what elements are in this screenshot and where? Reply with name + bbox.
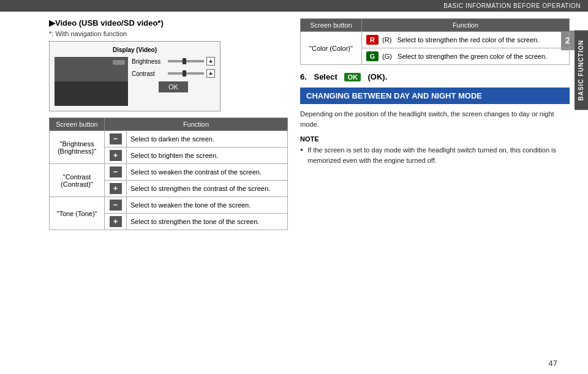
brightness-label: Brightness (132, 58, 165, 65)
table-col1-header: Screen button (50, 118, 105, 131)
brightness-minus-cell: − (105, 131, 127, 148)
contrast-row: Contrast + (132, 69, 215, 78)
changing-mode-paragraph: Depending on the position of the headlig… (300, 109, 570, 129)
display-image (55, 57, 128, 106)
step-text: Select (314, 72, 337, 81)
changing-mode-header: CHANGING BETWEEN DAY AND NIGHT MODE (300, 88, 570, 104)
color-green-fn: G (G) Select to strengthen the green col… (362, 48, 570, 65)
color-label-cell: "Color (Color)" (301, 32, 362, 65)
tone-plus-btn[interactable]: + (110, 216, 122, 227)
tone-plus-fn: Select to strengthen the tone of the scr… (127, 214, 288, 230)
contrast-slider[interactable] (168, 72, 204, 75)
ok-button[interactable]: OK (159, 81, 188, 92)
brightness-plus-btn[interactable]: + (206, 57, 215, 65)
step-number: 6. (300, 72, 307, 81)
table-row: "Brightness(Brightness)" − Select to dar… (50, 131, 288, 148)
section-title: ▶Video (USB video/SD video*) (49, 18, 288, 28)
contrast-minus-fn: Select to weaken the contrast of the scr… (127, 164, 288, 181)
color-red-fn: R (R) Select to strengthen the red color… (362, 32, 570, 48)
table-row: "Tone (Tone)" − Select to weaken the ton… (50, 197, 288, 214)
display-inner: Brightness + Contrast + OK (55, 57, 215, 106)
page-number: 47 (549, 359, 557, 368)
brightness-label-cell: "Brightness(Brightness)" (50, 131, 105, 164)
brightness-plus-fn: Select to brighten the screen. (127, 148, 288, 164)
contrast-plus-btn[interactable]: + (110, 183, 122, 194)
green-badge: G (366, 51, 379, 61)
note-item: If the screen is set to day mode with th… (300, 145, 570, 165)
tone-minus-fn: Select to weaken the tone of the screen. (127, 197, 288, 214)
color-col1-header: Screen button (301, 19, 362, 32)
brightness-plus-btn[interactable]: + (110, 150, 122, 161)
display-controls: Brightness + Contrast + OK (132, 57, 215, 106)
contrast-label-cell: "Contrast(Contrast)" (50, 164, 105, 197)
brightness-row: Brightness + (132, 57, 215, 65)
note-label: NOTE (300, 135, 570, 143)
display-title: Display (Video) (55, 47, 215, 53)
header-title: BASIC INFORMATION BEFORE OPERATION (443, 2, 581, 9)
brightness-slider[interactable] (168, 60, 204, 62)
tone-label-cell: "Tone (Tone)" (50, 197, 105, 230)
step-paren: (OK). (368, 72, 388, 81)
red-badge: R (366, 35, 379, 45)
table-row: "Color (Color)" R (R) Select to strength… (301, 32, 570, 48)
tone-minus-btn[interactable]: − (110, 200, 122, 211)
display-box: Display (Video) Brightness + Contrast + (49, 41, 221, 111)
sidebar-label: BASIC FUNCTION (575, 31, 588, 110)
contrast-plus-btn[interactable]: + (206, 69, 215, 78)
color-table: Screen button Function "Color (Color)" R… (300, 18, 570, 65)
settings-table: Screen button Function "Brightness(Brigh… (49, 118, 288, 230)
table-row: "Contrast(Contrast)" − Select to weaken … (50, 164, 288, 181)
tone-minus-cell: − (105, 197, 127, 214)
contrast-plus-cell: + (105, 181, 127, 197)
left-column: ▶Video (USB video/SD video*) *: With nav… (49, 18, 288, 236)
contrast-label: Contrast (132, 70, 165, 77)
tone-plus-cell: + (105, 214, 127, 230)
header-bar: BASIC INFORMATION BEFORE OPERATION (0, 0, 588, 12)
brightness-minus-fn: Select to darken the screen. (127, 131, 288, 148)
step-6: 6. Select OK (OK). (300, 72, 570, 81)
ok-inline-badge: OK (344, 73, 361, 81)
color-col2-header: Function (362, 19, 570, 32)
brightness-minus-btn[interactable]: − (110, 133, 122, 144)
right-column: Screen button Function "Color (Color)" R… (300, 18, 570, 165)
contrast-minus-cell: − (105, 164, 127, 181)
contrast-minus-btn[interactable]: − (110, 166, 122, 178)
table-col2-header: Function (105, 118, 288, 131)
footnote: *: With navigation function (49, 30, 288, 37)
contrast-plus-fn: Select to strengthen the contrast of the… (127, 181, 288, 197)
brightness-plus-cell: + (105, 148, 127, 164)
